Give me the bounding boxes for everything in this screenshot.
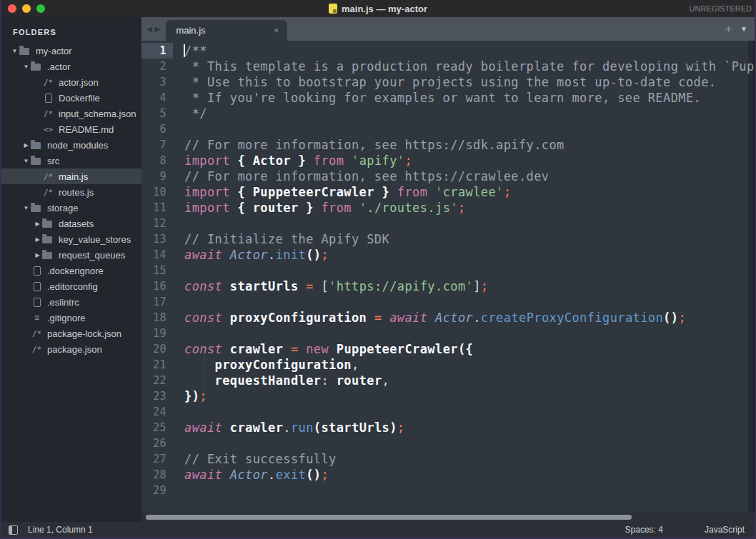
line-number: 1 bbox=[141, 43, 173, 59]
json-icon: /* bbox=[42, 78, 54, 87]
new-tab-button[interactable]: + bbox=[725, 24, 732, 35]
line-content: import { router } from './routes.js'; bbox=[173, 200, 755, 216]
code-line-18[interactable]: 18const proxyConfiguration = await Actor… bbox=[141, 310, 755, 326]
sidebar-item-src[interactable]: ▼src bbox=[1, 153, 141, 168]
sidebar-item-datasets[interactable]: ▶datasets bbox=[1, 216, 141, 231]
nav-back-button[interactable]: ◀ bbox=[146, 25, 152, 33]
line-content bbox=[173, 483, 755, 498]
code-line-8[interactable]: 8import { Actor } from 'apify'; bbox=[141, 153, 755, 168]
nav-forward-button[interactable]: ▶ bbox=[155, 25, 161, 33]
code-line-2[interactable]: 2 * This template is a production ready … bbox=[141, 59, 755, 74]
chevron-down-icon[interactable]: ▼ bbox=[21, 205, 31, 211]
code-line-17[interactable]: 17 bbox=[141, 294, 755, 310]
sidebar-item--gitignore[interactable]: ≡.gitignore bbox=[1, 310, 141, 326]
indent-setting[interactable]: Spaces: 4 bbox=[625, 525, 663, 535]
line-number: 29 bbox=[141, 483, 173, 498]
code-line-21[interactable]: 21 proxyConfiguration, bbox=[141, 357, 755, 373]
code-line-11[interactable]: 11import { router } from './routes.js'; bbox=[141, 200, 755, 216]
chevron-right-icon[interactable]: ▶ bbox=[33, 221, 42, 227]
main-area: FOLDERS ▼my-actor▼.actor/*actor.jsonDock… bbox=[1, 17, 755, 522]
sidebar-item-storage[interactable]: ▼storage bbox=[1, 200, 141, 216]
sidebar-item-input-schema-json[interactable]: /*input_schema.json bbox=[1, 106, 141, 121]
line-content: const startUrls = ['https://apify.com']; bbox=[173, 278, 755, 294]
sidebar-item--eslintrc[interactable]: .eslintrc bbox=[1, 294, 141, 310]
code-line-6[interactable]: 6 bbox=[141, 121, 755, 137]
horizontal-scrollbar[interactable] bbox=[141, 513, 755, 522]
code-line-1[interactable]: 1/** bbox=[141, 43, 755, 59]
code-line-3[interactable]: 3 * Use this to bootstrap your projects … bbox=[141, 74, 755, 90]
code-line-24[interactable]: 24 bbox=[141, 404, 755, 420]
code-line-23[interactable]: 23}); bbox=[141, 388, 755, 404]
json-icon: /* bbox=[42, 188, 54, 197]
file-label: input_schema.json bbox=[59, 109, 136, 119]
sidebar-item-node-modules[interactable]: ▶node_modules bbox=[1, 137, 141, 153]
zoom-window-button[interactable] bbox=[36, 4, 45, 13]
json-icon: /* bbox=[31, 345, 43, 354]
sidebar-item-routes-js[interactable]: /*routes.js bbox=[1, 184, 141, 200]
code-line-22[interactable]: 22 requestHandler: router, bbox=[141, 373, 755, 388]
code-line-16[interactable]: 16const startUrls = ['https://apify.com'… bbox=[141, 278, 755, 294]
line-number: 2 bbox=[141, 59, 173, 74]
line-number: 11 bbox=[141, 200, 173, 216]
sidebar-item-package-lock-json[interactable]: /*package-lock.json bbox=[1, 326, 141, 341]
chevron-down-icon[interactable]: ▼ bbox=[21, 64, 31, 70]
sidebar-item-dockerfile[interactable]: Dockerfile bbox=[1, 90, 141, 106]
line-number: 13 bbox=[141, 231, 173, 247]
code-line-19[interactable]: 19 bbox=[141, 326, 755, 341]
line-content: await Actor.init(); bbox=[173, 247, 755, 263]
chevron-right-icon[interactable]: ▶ bbox=[33, 252, 42, 258]
text-caret bbox=[184, 44, 185, 57]
code-editor[interactable]: 1/**2 * This template is a production re… bbox=[141, 41, 755, 513]
sidebar-item--actor[interactable]: ▼.actor bbox=[1, 59, 141, 74]
sidebar-item-readme-md[interactable]: <>README.md bbox=[1, 121, 141, 137]
sidebar-item-request-queues[interactable]: ▶request_queues bbox=[1, 247, 141, 263]
code-line-27[interactable]: 27// Exit successfully bbox=[141, 451, 755, 467]
sidebar-item--editorconfig[interactable]: .editorconfig bbox=[1, 278, 141, 294]
file-label: .actor bbox=[47, 61, 71, 72]
file-icon bbox=[42, 94, 54, 103]
file-label: routes.js bbox=[59, 187, 94, 198]
chevron-down-icon[interactable]: ▼ bbox=[21, 158, 31, 164]
line-number: 24 bbox=[141, 404, 173, 420]
code-line-7[interactable]: 7// For more information, see https://sd… bbox=[141, 137, 755, 153]
tab-close-icon[interactable]: × bbox=[272, 25, 281, 36]
code-line-10[interactable]: 10import { PuppeteerCrawler } from 'craw… bbox=[141, 184, 755, 200]
code-line-12[interactable]: 12 bbox=[141, 216, 755, 231]
code-line-14[interactable]: 14await Actor.init(); bbox=[141, 247, 755, 263]
file-label: .eslintrc bbox=[47, 297, 79, 308]
line-content: * This template is a production ready bo… bbox=[173, 59, 755, 74]
sidebar-item-my-actor[interactable]: ▼my-actor bbox=[1, 43, 141, 59]
line-content bbox=[173, 435, 755, 451]
line-number: 20 bbox=[141, 341, 173, 357]
horizontal-scrollbar-thumb[interactable] bbox=[146, 515, 632, 520]
chevron-right-icon[interactable]: ▶ bbox=[21, 142, 31, 148]
sidebar-item-main-js[interactable]: /*main.js bbox=[1, 168, 141, 184]
minimize-window-button[interactable] bbox=[22, 4, 31, 13]
chevron-down-icon[interactable]: ▼ bbox=[10, 48, 19, 54]
code-line-5[interactable]: 5 */ bbox=[141, 106, 755, 121]
line-number: 23 bbox=[141, 388, 173, 404]
sidebar-item-package-json[interactable]: /*package.json bbox=[1, 341, 141, 357]
code-line-15[interactable]: 15 bbox=[141, 263, 755, 278]
tab-overflow-button[interactable]: ▼ bbox=[740, 25, 747, 33]
code-line-29[interactable]: 29 bbox=[141, 483, 755, 498]
code-line-20[interactable]: 20const crawler = new PuppeteerCrawler({ bbox=[141, 341, 755, 357]
sidebar-item-actor-json[interactable]: /*actor.json bbox=[1, 74, 141, 90]
code-line-13[interactable]: 13// Initialize the Apify SDK bbox=[141, 231, 755, 247]
chevron-right-icon[interactable]: ▶ bbox=[33, 236, 42, 243]
sidebar-toggle-icon[interactable] bbox=[9, 525, 18, 535]
code-line-25[interactable]: 25await crawler.run(startUrls); bbox=[141, 420, 755, 435]
file-label: my-actor bbox=[36, 46, 72, 56]
syntax-mode[interactable]: JavaScript bbox=[705, 525, 745, 535]
line-number: 16 bbox=[141, 278, 173, 294]
line-content bbox=[173, 216, 755, 231]
code-line-28[interactable]: 28await Actor.exit(); bbox=[141, 467, 755, 483]
sidebar-item--dockerignore[interactable]: .dockerignore bbox=[1, 263, 141, 278]
line-content: }); bbox=[173, 388, 755, 404]
code-line-26[interactable]: 26 bbox=[141, 435, 755, 451]
code-line-4[interactable]: 4 * If you're looking for examples or wa… bbox=[141, 90, 755, 106]
code-line-9[interactable]: 9// For more information, see https://cr… bbox=[141, 168, 755, 184]
tab-main-js[interactable]: main.js × bbox=[166, 20, 287, 41]
close-window-button[interactable] bbox=[8, 4, 16, 13]
sidebar-item-key-value-stores[interactable]: ▶key_value_stores bbox=[1, 231, 141, 247]
